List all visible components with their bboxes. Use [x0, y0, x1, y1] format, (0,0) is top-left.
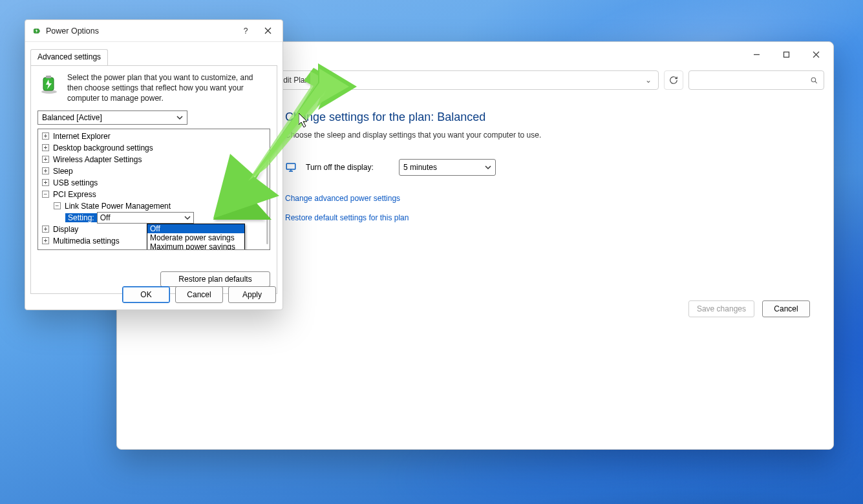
- dialog-titlebar: Power Options ?: [25, 20, 282, 42]
- page-title: Change settings for the plan: Balanced: [285, 110, 810, 124]
- tree-node-label: Sleep: [53, 167, 73, 176]
- ok-button[interactable]: OK: [122, 286, 170, 303]
- collapse-icon[interactable]: −: [42, 191, 49, 198]
- svg-rect-10: [39, 30, 39, 32]
- turn-off-display-row: Turn off the display: 5 minutes: [285, 159, 810, 176]
- tab-advanced-settings[interactable]: Advanced settings: [30, 49, 108, 66]
- tree-node[interactable]: −PCI Express: [38, 189, 270, 200]
- turn-off-display-label: Turn off the display:: [306, 163, 390, 172]
- expand-icon[interactable]: +: [42, 237, 49, 244]
- tree-node-label: Multimedia settings: [53, 236, 120, 246]
- svg-rect-1: [783, 52, 789, 57]
- footer-buttons: Save changes Cancel: [688, 300, 810, 317]
- link-state-dropdown[interactable]: Off Moderate power savings Maximum power…: [147, 224, 245, 250]
- tree-node-label: Link State Power Management: [65, 202, 171, 211]
- save-changes-button[interactable]: Save changes: [688, 300, 754, 317]
- refresh-button[interactable]: [664, 70, 683, 90]
- dropdown-option-maximum[interactable]: Maximum power savings: [147, 242, 244, 250]
- tree-node[interactable]: +Desktop background settings: [38, 142, 270, 154]
- dialog-title: Power Options: [46, 26, 235, 36]
- tree-node-label: Wireless Adapter Settings: [53, 155, 142, 164]
- expand-icon[interactable]: +: [42, 167, 49, 174]
- svg-line-5: [815, 81, 817, 83]
- restore-defaults-link[interactable]: Restore default settings for this plan: [285, 213, 810, 222]
- chevron-down-icon: [184, 215, 191, 221]
- turn-off-display-select[interactable]: 5 minutes: [399, 159, 496, 176]
- svg-rect-15: [46, 76, 51, 78]
- tree-node[interactable]: +Wireless Adapter Settings: [38, 154, 270, 165]
- tree-node[interactable]: +Internet Explorer: [38, 131, 270, 142]
- tree-node[interactable]: +USB settings: [38, 177, 270, 189]
- dropdown-option-off[interactable]: Off: [147, 224, 244, 233]
- setting-value-select[interactable]: Off: [97, 212, 194, 224]
- close-button[interactable]: [801, 44, 831, 65]
- power-plan-select[interactable]: Balanced [Active]: [37, 110, 187, 125]
- tree-node[interactable]: −Link State Power Management: [38, 200, 270, 212]
- tree-node-label: Desktop background settings: [53, 143, 153, 152]
- dialog-close-button[interactable]: [257, 21, 279, 41]
- breadcrumb-dropdown-icon[interactable]: ⌄: [645, 76, 652, 85]
- battery-large-icon: [37, 72, 61, 96]
- setting-label: Setting:: [65, 213, 97, 222]
- tree-node[interactable]: +Sleep: [38, 165, 270, 177]
- search-input[interactable]: [688, 70, 824, 90]
- tree-scrollbar[interactable]: [266, 162, 268, 244]
- expand-icon[interactable]: +: [42, 226, 49, 233]
- maximize-button[interactable]: [771, 44, 801, 65]
- setting-value: Off: [100, 213, 111, 222]
- power-options-dialog: Power Options ? Advanced settings Select…: [25, 19, 283, 310]
- tree-node-label: USB settings: [53, 178, 98, 187]
- expand-icon[interactable]: +: [42, 132, 49, 140]
- svg-point-4: [811, 78, 816, 82]
- power-plan-value: Balanced [Active]: [42, 113, 102, 122]
- tree-node-label: PCI Express: [53, 190, 96, 199]
- cancel-button[interactable]: Cancel: [762, 300, 810, 317]
- tree-node-label: Internet Explorer: [53, 132, 111, 141]
- expand-icon[interactable]: +: [42, 144, 49, 151]
- page-subtext: Choose the sleep and display settings th…: [285, 131, 810, 140]
- settings-tree[interactable]: +Internet Explorer+Desktop background se…: [37, 129, 270, 250]
- change-advanced-link[interactable]: Change advanced power settings: [285, 194, 810, 203]
- search-icon: [810, 76, 818, 85]
- dialog-intro: Select the power plan that you want to c…: [37, 72, 270, 104]
- tree-node-label: Display: [53, 225, 78, 234]
- chevron-down-icon: [485, 164, 491, 171]
- dropdown-option-moderate[interactable]: Moderate power savings: [147, 233, 244, 242]
- apply-button[interactable]: Apply: [228, 286, 276, 303]
- tree-node[interactable]: Setting:Off: [38, 212, 270, 224]
- turn-off-display-value: 5 minutes: [403, 163, 437, 172]
- chevron-down-icon: [176, 114, 183, 121]
- dialog-cancel-button[interactable]: Cancel: [175, 286, 223, 303]
- expand-icon[interactable]: +: [42, 179, 49, 186]
- dialog-buttons: OK Cancel Apply: [122, 286, 276, 303]
- restore-plan-defaults-button[interactable]: Restore plan defaults: [160, 271, 270, 287]
- breadcrumb-item[interactable]: Edit Plan Settings: [278, 76, 339, 85]
- dialog-panel: Select the power plan that you want to c…: [30, 65, 277, 294]
- collapse-icon[interactable]: −: [54, 202, 61, 209]
- dialog-tabs: Advanced settings: [25, 42, 282, 65]
- minimize-button[interactable]: [741, 44, 771, 65]
- display-icon: [285, 162, 297, 173]
- svg-rect-6: [286, 163, 295, 169]
- expand-icon[interactable]: +: [42, 156, 49, 163]
- help-button[interactable]: ?: [235, 21, 257, 41]
- dialog-intro-text: Select the power plan that you want to c…: [67, 72, 270, 104]
- battery-icon: [32, 26, 42, 36]
